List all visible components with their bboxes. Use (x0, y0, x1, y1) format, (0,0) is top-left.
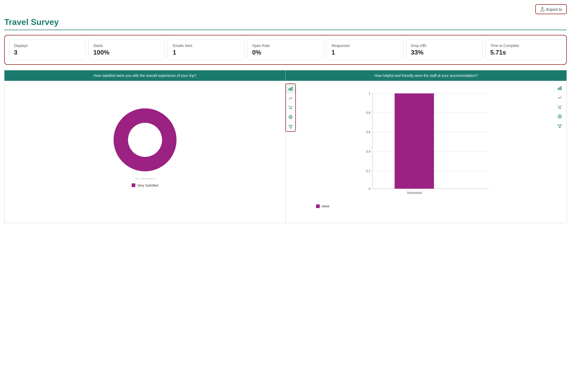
svg-text:0.4: 0.4 (366, 150, 371, 153)
export-icon (540, 7, 545, 12)
stat-card-3: Open Rate0% (247, 40, 324, 60)
svg-rect-17 (561, 87, 562, 90)
stat-card-6: Time to Complete5.71s (485, 40, 562, 60)
stat-value-6: 5.71s (490, 49, 557, 56)
chart2-icons-panel (555, 83, 564, 131)
stat-card-0: Displays3 (9, 40, 86, 60)
scatter-icon-2[interactable] (555, 102, 564, 112)
line-chart-icon-2[interactable] (555, 93, 564, 102)
svg-text:0.6: 0.6 (366, 130, 371, 134)
svg-rect-16 (559, 87, 560, 90)
svg-point-21 (559, 108, 559, 108)
charts-row: How satisfied were you with the overall … (4, 70, 567, 223)
svg-rect-2 (290, 88, 291, 90)
stat-label-4: Responses (332, 44, 398, 48)
stat-card-2: Emails Sent1 (168, 40, 244, 60)
bar-chart-icon-1[interactable] (286, 84, 295, 93)
bar-legend-label: value (321, 204, 329, 208)
stat-label-0: Displays (14, 44, 81, 48)
bar-legend-dot (316, 204, 320, 208)
stat-value-5: 33% (411, 49, 478, 56)
svg-point-8 (291, 108, 292, 109)
donut-icon-2[interactable] (555, 112, 564, 121)
bar-x-label: Somewhat (407, 191, 422, 195)
stat-value-0: 3 (14, 49, 81, 56)
stat-label-6: Time to Complete (490, 44, 557, 48)
filter-icon-2[interactable] (555, 121, 564, 131)
donut-svg: Very Satisfied (106, 100, 184, 179)
svg-point-5 (290, 107, 291, 108)
top-bar: Export to (4, 4, 567, 14)
stat-value-4: 1 (332, 49, 398, 56)
bar-legend: value (303, 204, 554, 208)
chart-panel-2: How helpful and friendly were the staff … (286, 70, 567, 223)
donut-icon-1[interactable] (286, 112, 295, 122)
svg-point-23 (558, 115, 562, 118)
chart2-question: How helpful and friendly were the staff … (374, 73, 478, 78)
chart1-icons-panel (285, 83, 296, 132)
svg-point-6 (292, 106, 292, 107)
svg-text:0: 0 (369, 187, 371, 191)
svg-rect-1 (289, 89, 290, 90)
svg-point-18 (558, 105, 559, 106)
svg-point-22 (560, 108, 561, 108)
svg-point-9 (289, 115, 292, 119)
svg-text:1: 1 (369, 92, 371, 95)
svg-point-24 (559, 116, 561, 117)
stats-container: Displays3Starts100%Emails Sent1Open Rate… (4, 35, 567, 65)
line-chart-icon-1[interactable] (286, 93, 295, 103)
svg-point-20 (561, 106, 561, 106)
stat-label-5: Drop Offs (411, 44, 478, 48)
filter-icon-1[interactable] (286, 122, 295, 131)
chart2-header: How helpful and friendly were the staff … (286, 70, 567, 81)
stat-label-1: Starts (93, 44, 160, 48)
stat-card-5: Drop Offs33% (406, 40, 483, 60)
export-label: Export to (546, 7, 562, 12)
svg-marker-11 (289, 125, 292, 128)
svg-marker-25 (558, 125, 562, 128)
svg-point-7 (290, 108, 290, 109)
stat-card-4: Responses1 (327, 40, 403, 60)
legend-dot-1 (132, 183, 135, 187)
stat-value-2: 1 (173, 49, 239, 56)
svg-text:Very Satisfied: Very Satisfied (135, 177, 156, 179)
chart2-body: 1 0.8 0.6 0.4 0.2 0 (286, 81, 567, 223)
bar-chart-icon-2[interactable] (555, 83, 564, 93)
donut-container: Very Satisfied Very Satisfied (9, 85, 281, 203)
svg-rect-15 (558, 88, 559, 90)
chart1-question: How satisfied were you with the overall … (94, 73, 196, 78)
svg-point-19 (559, 107, 560, 107)
bar-chart-container: 1 0.8 0.6 0.4 0.2 0 (290, 85, 562, 219)
page-title: Travel Survey (4, 17, 567, 27)
chart-panel-1: How satisfied were you with the overall … (4, 70, 286, 223)
stat-label-2: Emails Sent (173, 44, 239, 48)
title-divider (4, 30, 567, 30)
donut-legend: Very Satisfied (132, 183, 158, 187)
svg-text:0.8: 0.8 (366, 111, 371, 115)
stat-label-3: Open Rate (252, 44, 319, 48)
stat-card-1: Starts100% (88, 40, 165, 60)
scatter-icon-1[interactable] (286, 103, 295, 112)
chart1-header: How satisfied were you with the overall … (4, 70, 285, 81)
svg-point-4 (289, 106, 290, 106)
svg-point-13 (128, 123, 162, 157)
stat-value-3: 0% (252, 49, 319, 56)
svg-text:0.2: 0.2 (366, 169, 371, 173)
chart1-body: Very Satisfied Very Satisfied (4, 81, 285, 207)
export-button[interactable]: Export to (535, 4, 567, 14)
svg-point-10 (290, 116, 291, 118)
donut-legend-label: Very Satisfied (137, 183, 158, 187)
stat-value-1: 100% (93, 49, 160, 56)
svg-rect-3 (292, 87, 292, 90)
bar-somewhat (395, 93, 434, 189)
bar-chart-svg: 1 0.8 0.6 0.4 0.2 0 (303, 90, 554, 195)
